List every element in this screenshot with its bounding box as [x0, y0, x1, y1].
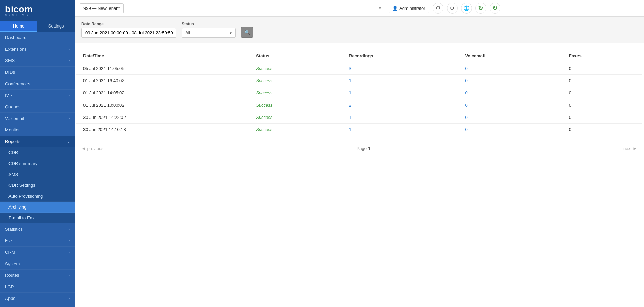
cell-voicemail: 0 — [458, 62, 562, 75]
refresh-button-2[interactable]: ↻ — [490, 3, 500, 14]
sidebar-item-dids[interactable]: DIDs — [0, 67, 75, 78]
main-area: 999 — NewTenant 👤 Administrator ⏱ ⚙ 🌐 ↻ … — [75, 0, 644, 307]
sidebar-item-fax[interactable]: Fax › — [0, 235, 75, 247]
cell-datetime: 30 Jun 2021 14:10:18 — [76, 124, 249, 136]
cell-voicemail: 0 — [458, 111, 562, 124]
chevron-right-icon: › — [69, 239, 70, 242]
sidebar-item-voicemail[interactable]: Voicemail › — [0, 113, 75, 124]
sidebar-item-routes[interactable]: Routes › — [0, 270, 75, 281]
sidebar-subitem-email-to-fax[interactable]: E-mail to Fax — [0, 213, 75, 223]
cell-recordings: 3 — [342, 62, 458, 75]
tenant-select[interactable]: 999 — NewTenant — [80, 3, 124, 13]
chevron-right-icon: › — [69, 93, 70, 97]
logo-systems: SYSTEMS — [5, 13, 33, 17]
sidebar-item-conferences[interactable]: Conferences › — [0, 78, 75, 90]
sidebar-subitem-cdr-settings[interactable]: CDR Settings — [0, 180, 75, 191]
cell-faxes: 0 — [562, 87, 642, 99]
sidebar-item-label: LCR — [5, 284, 14, 289]
cell-datetime: 01 Jul 2021 14:05:02 — [76, 87, 249, 99]
sidebar-item-label: Queues — [5, 104, 21, 109]
cell-faxes: 0 — [562, 111, 642, 124]
sidebar-item-label: CRM — [5, 250, 15, 255]
cell-status: Success — [249, 75, 342, 87]
cell-recordings: 1 — [342, 75, 458, 87]
sidebar-nav: Dashboard Extensions › SMS › DIDs Confer… — [0, 32, 75, 307]
sidebar-item-label: DIDs — [5, 70, 15, 75]
status-select[interactable]: All Success Failure — [182, 28, 236, 38]
sidebar-subitem-cdr[interactable]: CDR — [0, 147, 75, 158]
sidebar-subitem-auto-provisioning[interactable]: Auto Provisioning — [0, 191, 75, 202]
cell-faxes: 0 — [562, 62, 642, 75]
sidebar-subitem-cdr-summary[interactable]: CDR summary — [0, 158, 75, 169]
next-button[interactable]: next ► — [623, 146, 637, 151]
sidebar-subitem-archiving[interactable]: Archiving — [0, 202, 75, 213]
sidebar-item-dashboard[interactable]: Dashboard — [0, 32, 75, 43]
user-icon: 👤 — [392, 6, 398, 11]
table-wrapper: Date/Time Status Recordings Voicemail Fa… — [75, 50, 644, 136]
cell-datetime: 30 Jun 2021 14:22:02 — [76, 111, 249, 124]
date-range-label: Date Range — [81, 22, 176, 26]
sidebar-subitem-sms[interactable]: SMS — [0, 169, 75, 180]
sidebar-item-label: Voicemail — [5, 116, 24, 121]
user-menu[interactable]: 👤 Administrator — [389, 4, 429, 13]
table-header: Date/Time Status Recordings Voicemail Fa… — [76, 50, 642, 62]
refresh-button-1[interactable]: ↻ — [475, 3, 486, 14]
sidebar-item-ivr[interactable]: IVR › — [0, 90, 75, 101]
sidebar-item-extensions[interactable]: Extensions › — [0, 43, 75, 55]
status-label: Status — [182, 22, 236, 26]
sidebar-item-label: Conferences — [5, 81, 30, 86]
clock-button[interactable]: ⏱ — [433, 3, 443, 14]
tab-settings[interactable]: Settings — [37, 21, 75, 32]
table-row: 05 Jul 2021 11:05:05 Success 3 0 0 — [76, 62, 642, 75]
prev-button[interactable]: ◄ previous — [81, 146, 104, 151]
cell-recordings: 1 — [342, 124, 458, 136]
sidebar-subitem-label: Auto Provisioning — [8, 194, 43, 199]
chevron-right-icon: › — [69, 227, 70, 231]
sidebar-item-label: IVR — [5, 93, 13, 98]
logo: bicom SYSTEMS — [0, 0, 75, 21]
sidebar-subitem-label: CDR summary — [8, 161, 37, 166]
globe-icon: 🌐 — [463, 5, 469, 11]
sidebar-item-label: System — [5, 261, 20, 266]
filter-bar: Date Range Status All Success Failure 🔍 — [75, 17, 644, 43]
sidebar-item-label: Statistics — [5, 227, 23, 232]
sidebar-item-statistics[interactable]: Statistics › — [0, 223, 75, 235]
sidebar-item-lcr[interactable]: LCR — [0, 281, 75, 293]
sidebar-tabs: Home Settings — [0, 21, 75, 32]
sidebar-item-system[interactable]: System › — [0, 258, 75, 270]
sidebar-subitem-label: Archiving — [8, 204, 26, 210]
sidebar-item-sms[interactable]: SMS › — [0, 55, 75, 67]
chevron-right-icon: › — [69, 59, 70, 62]
search-button[interactable]: 🔍 — [241, 27, 253, 38]
table-row: 01 Jul 2021 14:05:02 Success 1 0 0 — [76, 87, 642, 99]
sidebar: bicom SYSTEMS Home Settings Dashboard Ex… — [0, 0, 75, 307]
gear-button[interactable]: ⚙ — [447, 3, 458, 14]
sidebar-item-label: Reports — [5, 139, 21, 144]
sidebar-item-crm[interactable]: CRM › — [0, 247, 75, 258]
chevron-right-icon: › — [69, 250, 70, 254]
table-row: 30 Jun 2021 14:22:02 Success 1 0 0 — [76, 111, 642, 124]
sidebar-item-apps[interactable]: Apps › — [0, 293, 75, 304]
date-range-input[interactable] — [81, 28, 176, 38]
sidebar-subitem-label: SMS — [8, 172, 18, 177]
gear-icon: ⚙ — [450, 5, 454, 11]
chevron-down-icon: ⌄ — [67, 140, 70, 143]
cell-voicemail: 0 — [458, 75, 562, 87]
tab-home[interactable]: Home — [0, 21, 37, 32]
chevron-right-icon: › — [69, 296, 70, 300]
sidebar-item-queues[interactable]: Queues › — [0, 101, 75, 113]
sidebar-item-monitor[interactable]: Monitor › — [0, 124, 75, 136]
chevron-right-icon: › — [69, 82, 70, 86]
cell-datetime: 01 Jul 2021 16:40:02 — [76, 75, 249, 87]
cell-datetime: 01 Jul 2021 10:00:02 — [76, 99, 249, 111]
tenant-selector-wrapper: 999 — NewTenant — [80, 3, 385, 13]
sidebar-subitem-label: CDR Settings — [8, 183, 35, 188]
refresh-icon: ↻ — [478, 4, 483, 12]
sidebar-item-label: Routes — [5, 273, 19, 278]
sidebar-item-reports[interactable]: Reports ⌄ — [0, 136, 75, 147]
cell-voicemail: 0 — [458, 99, 562, 111]
globe-button[interactable]: 🌐 — [461, 3, 472, 14]
chevron-right-icon: › — [69, 105, 70, 109]
table-row: 30 Jun 2021 14:10:18 Success 1 0 0 — [76, 124, 642, 136]
col-recordings: Recordings — [342, 50, 458, 62]
